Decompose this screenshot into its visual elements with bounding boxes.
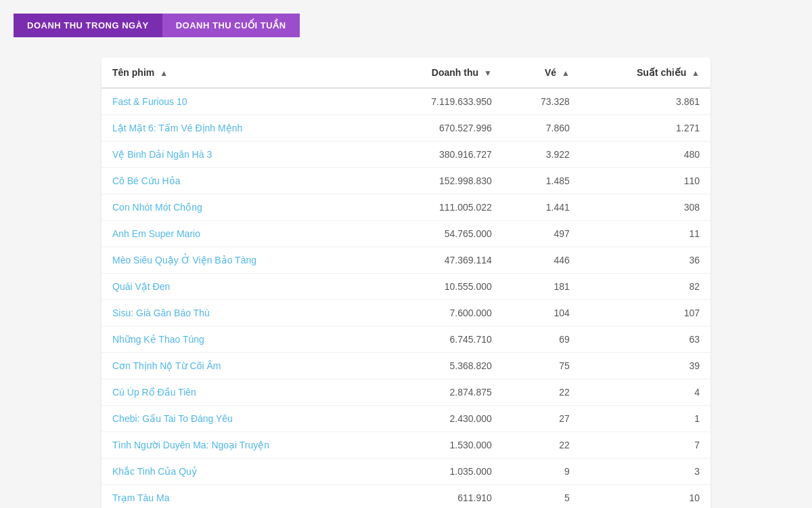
screenings-cell: 1 xyxy=(581,406,710,432)
revenue-cell: 1.530.000 xyxy=(376,432,503,459)
table-row: Cú Úp Rổ Đầu Tiên2.874.875224 xyxy=(102,379,710,406)
tickets-cell: 497 xyxy=(503,221,581,247)
movie-name-cell[interactable]: Chebi: Gấu Tai To Đáng Yêu xyxy=(102,406,376,432)
revenue-cell: 54.765.000 xyxy=(376,221,503,247)
tickets-cell: 27 xyxy=(503,406,581,432)
table-row: Những Kẻ Thao Túng6.745.7106963 xyxy=(102,326,710,353)
screenings-cell: 39 xyxy=(581,353,710,379)
col-header-revenue-label: Doanh thu xyxy=(432,67,478,78)
movie-name-cell[interactable]: Fast & Furious 10 xyxy=(102,88,376,115)
sort-icon-tickets: ▲ xyxy=(562,68,570,78)
revenue-cell: 5.368.820 xyxy=(376,353,503,379)
table-row: Vệ Binh Dải Ngân Hà 3380.916.7273.922480 xyxy=(102,142,710,168)
table-row: Cô Bé Cứu Hỏa152.998.8301.485110 xyxy=(102,168,710,194)
col-header-name[interactable]: Tên phim ▲ xyxy=(102,58,376,88)
revenue-cell: 1.035.000 xyxy=(376,459,503,485)
screenings-cell: 4 xyxy=(581,379,710,406)
movie-name-cell[interactable]: Cú Úp Rổ Đầu Tiên xyxy=(102,379,376,406)
revenue-cell: 7.119.633.950 xyxy=(376,88,503,115)
col-header-screenings-label: Suất chiếu xyxy=(637,67,686,78)
sort-icon-name: ▲ xyxy=(160,68,168,78)
table-row: Cơn Thịnh Nộ Từ Cõi Âm5.368.8207539 xyxy=(102,353,710,379)
movie-name-cell[interactable]: Trạm Tàu Ma xyxy=(102,485,376,509)
screenings-cell: 36 xyxy=(581,247,710,274)
movie-name-cell[interactable]: Vệ Binh Dải Ngân Hà 3 xyxy=(102,142,376,168)
tickets-cell: 22 xyxy=(503,432,581,459)
sort-icon-screenings: ▲ xyxy=(692,68,700,78)
table-row: Anh Em Super Mario54.765.00049711 xyxy=(102,221,710,247)
screenings-cell: 11 xyxy=(581,221,710,247)
screenings-cell: 7 xyxy=(581,432,710,459)
screenings-cell: 308 xyxy=(581,194,710,221)
screenings-cell: 110 xyxy=(581,168,710,194)
revenue-cell: 152.998.830 xyxy=(376,168,503,194)
movie-name-cell[interactable]: Sisu: Già Gân Báo Thù xyxy=(102,300,376,326)
tickets-cell: 104 xyxy=(503,300,581,326)
table-row: Chebi: Gấu Tai To Đáng Yêu2.430.000271 xyxy=(102,406,710,432)
movie-name-cell[interactable]: Lật Mặt 6: Tấm Vé Định Mệnh xyxy=(102,115,376,142)
movie-name-cell[interactable]: Cơn Thịnh Nộ Từ Cõi Âm xyxy=(102,353,376,379)
revenue-cell: 380.916.727 xyxy=(376,142,503,168)
screenings-cell: 107 xyxy=(581,300,710,326)
table-row: Con Nhót Mót Chồng111.005.0221.441308 xyxy=(102,194,710,221)
tickets-cell: 9 xyxy=(503,459,581,485)
movie-table-container: Tên phim ▲ Doanh thu ▼ Vé ▲ Suất chiếu ▲… xyxy=(102,58,710,508)
table-body: Fast & Furious 107.119.633.95073.3283.86… xyxy=(102,88,710,508)
revenue-cell: 10.555.000 xyxy=(376,274,503,300)
screenings-cell: 480 xyxy=(581,142,710,168)
tickets-cell: 181 xyxy=(503,274,581,300)
revenue-cell: 7.600.000 xyxy=(376,300,503,326)
movie-name-cell[interactable]: Mèo Siêu Quậy Ở Viện Bảo Tàng xyxy=(102,247,376,274)
col-header-name-label: Tên phim xyxy=(112,67,154,78)
tickets-cell: 73.328 xyxy=(503,88,581,115)
movie-name-cell[interactable]: Con Nhót Mót Chồng xyxy=(102,194,376,221)
tickets-cell: 7.860 xyxy=(503,115,581,142)
movie-name-cell[interactable]: Tình Người Duyên Ma: Ngoại Truyện xyxy=(102,432,376,459)
revenue-cell: 670.527.996 xyxy=(376,115,503,142)
tickets-cell: 3.922 xyxy=(503,142,581,168)
col-header-revenue[interactable]: Doanh thu ▼ xyxy=(376,58,503,88)
tickets-cell: 69 xyxy=(503,326,581,353)
screenings-cell: 3.861 xyxy=(581,88,710,115)
tab-buttons: DOANH THU TRONG NGÀY DOANH THU CUỐI TUẦN xyxy=(14,14,798,37)
revenue-cell: 111.005.022 xyxy=(376,194,503,221)
table-row: Khắc Tinh Của Quỷ1.035.00093 xyxy=(102,459,710,485)
tab-daily-revenue[interactable]: DOANH THU TRONG NGÀY xyxy=(14,14,162,37)
table-header-row: Tên phim ▲ Doanh thu ▼ Vé ▲ Suất chiếu ▲ xyxy=(102,58,710,88)
table-row: Mèo Siêu Quậy Ở Viện Bảo Tàng47.369.1144… xyxy=(102,247,710,274)
revenue-cell: 6.745.710 xyxy=(376,326,503,353)
revenue-cell: 47.369.114 xyxy=(376,247,503,274)
screenings-cell: 82 xyxy=(581,274,710,300)
screenings-cell: 1.271 xyxy=(581,115,710,142)
table-row: Tình Người Duyên Ma: Ngoại Truyện1.530.0… xyxy=(102,432,710,459)
table-row: Fast & Furious 107.119.633.95073.3283.86… xyxy=(102,88,710,115)
tickets-cell: 22 xyxy=(503,379,581,406)
screenings-cell: 10 xyxy=(581,485,710,509)
col-header-tickets-label: Vé xyxy=(545,67,556,78)
table-row: Trạm Tàu Ma611.910510 xyxy=(102,485,710,509)
table-row: Sisu: Già Gân Báo Thù7.600.000104107 xyxy=(102,300,710,326)
movie-name-cell[interactable]: Cô Bé Cứu Hỏa xyxy=(102,168,376,194)
tickets-cell: 1.485 xyxy=(503,168,581,194)
movie-name-cell[interactable]: Khắc Tinh Của Quỷ xyxy=(102,459,376,485)
revenue-cell: 2.430.000 xyxy=(376,406,503,432)
tab-weekend-revenue[interactable]: DOANH THU CUỐI TUẦN xyxy=(162,14,300,37)
revenue-cell: 611.910 xyxy=(376,485,503,509)
col-header-screenings[interactable]: Suất chiếu ▲ xyxy=(581,58,710,88)
revenue-cell: 2.874.875 xyxy=(376,379,503,406)
col-header-tickets[interactable]: Vé ▲ xyxy=(503,58,581,88)
tickets-cell: 5 xyxy=(503,485,581,509)
movie-name-cell[interactable]: Anh Em Super Mario xyxy=(102,221,376,247)
table-row: Quái Vật Đen10.555.00018182 xyxy=(102,274,710,300)
tickets-cell: 1.441 xyxy=(503,194,581,221)
tickets-cell: 75 xyxy=(503,353,581,379)
screenings-cell: 63 xyxy=(581,326,710,353)
sort-icon-revenue: ▼ xyxy=(484,68,492,78)
movie-table: Tên phim ▲ Doanh thu ▼ Vé ▲ Suất chiếu ▲… xyxy=(102,58,710,508)
movie-name-cell[interactable]: Quái Vật Đen xyxy=(102,274,376,300)
movie-name-cell[interactable]: Những Kẻ Thao Túng xyxy=(102,326,376,353)
screenings-cell: 3 xyxy=(581,459,710,485)
tickets-cell: 446 xyxy=(503,247,581,274)
table-row: Lật Mặt 6: Tấm Vé Định Mệnh670.527.9967.… xyxy=(102,115,710,142)
